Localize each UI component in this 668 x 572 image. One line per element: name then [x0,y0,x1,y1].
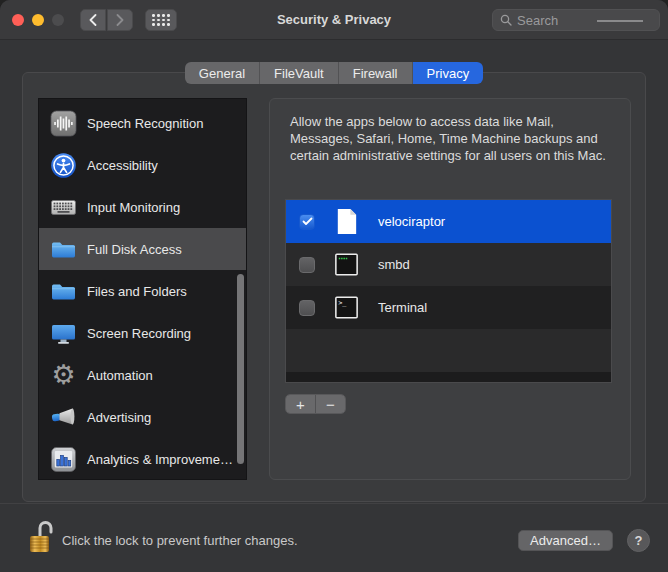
sidebar-item-label: Files and Folders [87,284,187,299]
app-name: Terminal [378,300,427,315]
app-name: smbd [378,257,410,272]
tab-general[interactable]: General [185,62,260,84]
sidebar-item-label: Automation [87,368,153,383]
sidebar-item-label: Input Monitoring [87,200,180,215]
search-icon [500,14,512,26]
speech-recognition-icon [50,110,77,137]
accessibility-icon [50,152,77,179]
sidebar-item-speech-recognition[interactable]: Speech Recognition [39,102,246,144]
bar-chart-icon [50,446,77,473]
unix-executable-icon [332,250,361,279]
sidebar-item-input-monitoring[interactable]: Input Monitoring [39,186,246,228]
content-box: Speech Recognition Accessibility [22,72,646,502]
sidebar-item-label: Accessibility [87,158,158,173]
sidebar-item-label: Speech Recognition [87,116,203,131]
privacy-detail-panel: Allow the apps below to access data like… [269,98,631,480]
sidebar-item-label: Screen Recording [87,326,191,341]
sidebar-item-files-and-folders[interactable]: Files and Folders [39,270,246,312]
remove-app-button[interactable]: − [316,395,345,413]
footer-divider [0,503,668,504]
sidebar-item-automation[interactable]: ⚙ Automation [39,354,246,396]
allowed-apps-list: velociraptor smbd [285,199,612,383]
app-row-smbd[interactable]: smbd [286,243,611,286]
search-field-line [597,20,643,22]
blue-folder-icon [50,278,77,305]
app-row-terminal[interactable]: >_ Terminal [286,286,611,329]
security-privacy-window: Security & Privacy Search General FileVa… [0,0,668,572]
lock-hint-text: Click the lock to prevent further change… [62,533,298,548]
display-icon [50,320,77,347]
megaphone-icon [50,404,77,431]
tab-firewall[interactable]: Firewall [339,62,413,84]
add-app-button[interactable]: + [286,395,316,413]
advanced-button[interactable]: Advanced… [518,530,613,551]
check-icon [302,217,313,226]
sidebar-item-analytics[interactable]: Analytics & Improveme… [39,438,246,480]
svg-text:>_: >_ [338,299,347,307]
app-name: velociraptor [378,214,445,229]
search-input[interactable]: Search [492,9,660,31]
add-remove-control: + − [285,394,346,414]
keyboard-icon [50,194,77,221]
help-button[interactable]: ? [627,529,650,552]
sidebar-item-full-disk-access[interactable]: Full Disk Access [39,228,246,270]
sidebar-item-screen-recording[interactable]: Screen Recording [39,312,246,354]
blue-folder-icon [50,236,77,263]
sidebar-item-accessibility[interactable]: Accessibility [39,144,246,186]
app-list-empty-row [286,329,611,372]
checkbox-terminal[interactable] [299,300,315,316]
sidebar-item-advertising[interactable]: Advertising [39,396,246,438]
privacy-category-list: Speech Recognition Accessibility [38,98,247,480]
checkbox-velociraptor[interactable] [299,214,315,230]
sidebar-item-label: Advertising [87,410,151,425]
tab-bar: General FileVault Firewall Privacy [0,62,668,84]
tab-filevault[interactable]: FileVault [260,62,339,84]
terminal-icon: >_ [332,293,361,322]
sidebar-scrollbar-thumb[interactable] [237,274,244,464]
sidebar-item-label: Analytics & Improveme… [87,452,233,467]
sidebar-item-label: Full Disk Access [87,242,182,257]
titlebar: Security & Privacy Search [0,0,668,40]
gear-icon: ⚙ [50,362,77,389]
panel-description: Allow the apps below to access data like… [290,113,620,164]
checkbox-smbd[interactable] [299,257,315,273]
document-icon [332,207,361,236]
app-row-velociraptor[interactable]: velociraptor [286,200,611,243]
lock-icon[interactable] [28,518,56,556]
search-placeholder: Search [517,13,558,28]
tab-privacy[interactable]: Privacy [413,62,484,84]
